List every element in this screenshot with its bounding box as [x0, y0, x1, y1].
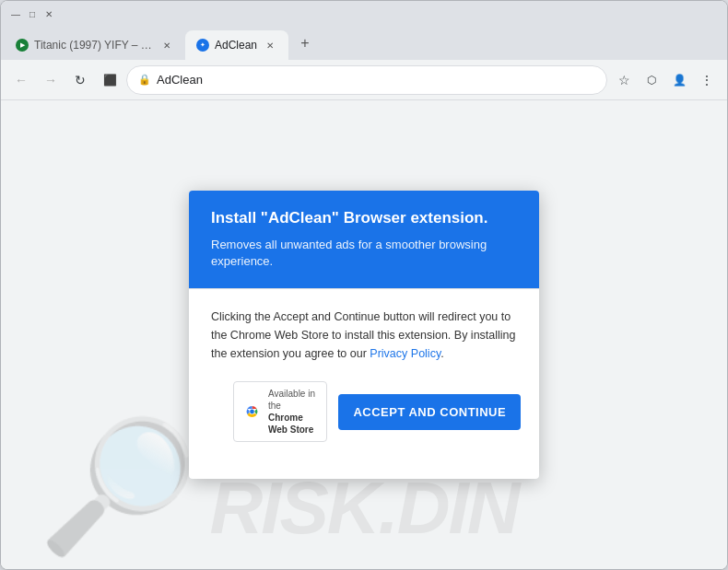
modal-title: Install "AdClean" Browser extension.: [211, 209, 517, 227]
install-modal: Install "AdClean" Browser extension. Rem…: [189, 191, 539, 479]
chrome-store-line1: Available in the: [268, 389, 315, 411]
new-tab-button[interactable]: +: [292, 30, 318, 56]
modal-subtitle: Removes all unwanted ads for a smoother …: [211, 237, 517, 270]
title-bar-controls: — □ ✕: [8, 6, 56, 21]
reload-button[interactable]: ↻: [67, 67, 93, 93]
tab-favicon-adclean: ✦: [196, 39, 209, 52]
nav-right-icons: ☆ ⬡ 👤 ⋮: [611, 67, 720, 93]
tab-close-adclean[interactable]: ✕: [263, 38, 277, 52]
close-button[interactable]: ✕: [41, 6, 56, 21]
modal-header: Install "AdClean" Browser extension. Rem…: [189, 191, 539, 288]
page-content: 🔍 RISK.DIN Install "AdClean" Browser ext…: [1, 100, 727, 569]
address-text: AdClean: [157, 73, 595, 87]
chrome-store-text: Available in the Chrome Web Store: [268, 388, 317, 436]
tab-close-titanic[interactable]: ✕: [159, 38, 174, 52]
menu-button[interactable]: ⋮: [694, 67, 720, 93]
accept-continue-button[interactable]: ACCEPT AND CONTINUE: [338, 394, 521, 430]
chrome-store-line2: Chrome Web Store: [268, 412, 317, 436]
tab-label-titanic: Titanic (1997) YIFY – Downloa…: [34, 39, 154, 52]
forward-button[interactable]: →: [38, 67, 64, 93]
browser-window: — □ ✕ ▶ Titanic (1997) YIFY – Downloa… ✕…: [0, 0, 728, 570]
privacy-policy-link[interactable]: Privacy Policy: [370, 347, 440, 360]
minimize-button[interactable]: —: [8, 6, 23, 21]
magnifier-watermark: 🔍: [38, 411, 199, 563]
modal-description-text1: Clicking the Accept and Continue button …: [211, 310, 516, 360]
cast-button[interactable]: ⬛: [97, 67, 123, 93]
back-button[interactable]: ←: [8, 67, 34, 93]
modal-footer: Available in the Chrome Web Store ACCEPT…: [211, 381, 517, 460]
extensions-button[interactable]: ⬡: [639, 67, 664, 93]
modal-description: Clicking the Accept and Continue button …: [211, 308, 517, 363]
tab-titanic[interactable]: ▶ Titanic (1997) YIFY – Downloa… ✕: [5, 30, 185, 60]
tab-favicon-titanic: ▶: [16, 39, 29, 52]
nav-bar: ← → ↻ ⬛ 🔒 AdClean ☆ ⬡ 👤 ⋮: [1, 60, 727, 100]
bookmark-button[interactable]: ☆: [611, 67, 637, 93]
chrome-logo-icon: [243, 397, 261, 426]
title-bar: — □ ✕: [1, 1, 727, 27]
chrome-store-badge: Available in the Chrome Web Store: [233, 381, 327, 442]
security-icon: 🔒: [138, 74, 151, 86]
address-bar[interactable]: 🔒 AdClean: [126, 65, 607, 95]
tab-bar: ▶ Titanic (1997) YIFY – Downloa… ✕ ✦ AdC…: [1, 27, 727, 60]
maximize-button[interactable]: □: [25, 6, 40, 21]
svg-point-2: [250, 410, 254, 414]
tab-adclean[interactable]: ✦ AdClean ✕: [185, 30, 288, 60]
tab-label-adclean: AdClean: [215, 39, 257, 52]
modal-body: Clicking the Accept and Continue button …: [189, 288, 539, 479]
profile-button[interactable]: 👤: [666, 67, 692, 93]
modal-description-text2: .: [440, 347, 443, 360]
